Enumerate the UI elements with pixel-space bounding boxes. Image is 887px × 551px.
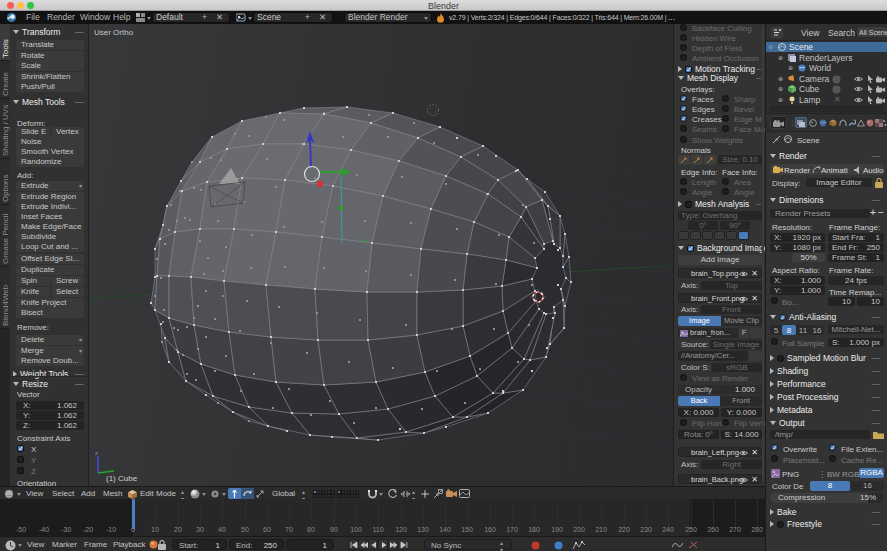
svg-text:z: z [95,450,98,456]
